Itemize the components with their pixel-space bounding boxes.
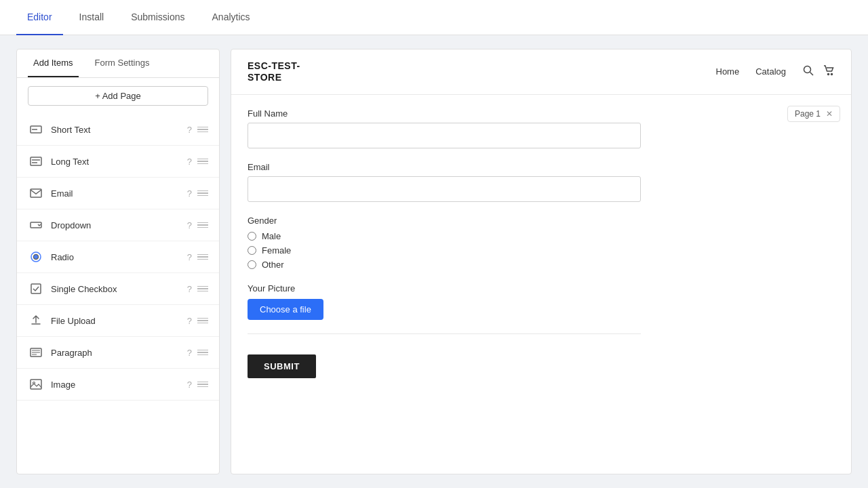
form-divider [248,333,641,334]
left-panel: Add Items Form Settings + Add Page Short… [16,49,220,474]
field-label-image: Image [51,380,184,390]
radio-label-male[interactable]: Male [262,231,281,241]
radio-icon [28,251,44,263]
form-field-gender: Gender Male Female Other [248,216,835,270]
drag-handle-image[interactable] [197,382,208,388]
radio-label-female[interactable]: Female [262,245,291,256]
field-item-file-upload[interactable]: File Upload ? [17,305,219,337]
long-text-icon [28,155,44,167]
field-list: Short Text ? Long Text ? [17,114,219,474]
tab-editor[interactable]: Editor [16,0,63,35]
choose-file-button[interactable]: Choose a file [248,299,323,320]
svg-line-17 [810,73,814,76]
field-item-dropdown[interactable]: Dropdown ? [17,209,219,241]
field-item-image[interactable]: Image ? [17,369,219,401]
tab-install[interactable]: Install [68,0,115,35]
paragraph-icon [28,346,44,359]
help-icon-radio[interactable]: ? [187,252,192,262]
top-navigation: Editor Install Submissions Analytics [0,0,868,35]
svg-point-19 [831,74,833,75]
store-nav-catalog[interactable]: Catalog [755,66,786,77]
tab-add-items[interactable]: Add Items [28,49,79,77]
form-field-email: Email [248,162,835,202]
radio-option-other: Other [248,260,835,270]
form-field-full-name: Full Name [248,108,835,148]
radio-label-other[interactable]: Other [262,260,284,270]
page-badge-close[interactable]: ✕ [826,109,833,119]
svg-rect-9 [31,284,41,293]
panel-tabs: Add Items Form Settings [17,49,219,78]
radio-option-male: Male [248,231,835,241]
tab-submissions[interactable]: Submissions [120,0,195,35]
field-label-file-upload: File Upload [51,316,184,326]
help-icon-file-upload[interactable]: ? [187,316,192,326]
main-content: Add Items Form Settings + Add Page Short… [0,35,868,488]
help-icon-image[interactable]: ? [187,380,192,390]
email-input[interactable] [248,176,641,202]
svg-point-16 [804,66,811,73]
dropdown-icon [28,219,44,231]
svg-rect-2 [31,157,41,165]
image-icon [28,378,44,390]
field-label-radio: Radio [51,252,184,262]
radio-male[interactable] [248,232,256,241]
submit-button[interactable]: SUBMIT [248,354,316,378]
search-icon[interactable] [802,64,814,79]
drag-handle-email[interactable] [197,190,208,197]
drag-handle-single-checkbox[interactable] [197,286,208,292]
radio-option-female: Female [248,245,835,256]
page-badge: Page 1 ✕ [787,106,840,122]
field-label-short-text: Short Text [51,125,184,135]
field-item-short-text[interactable]: Short Text ? [17,114,219,146]
field-item-paragraph[interactable]: Paragraph ? [17,337,219,369]
cart-icon[interactable] [823,64,835,79]
upload-icon [28,314,44,327]
email-icon [28,187,44,199]
help-icon-paragraph[interactable]: ? [187,348,192,358]
radio-female[interactable] [248,246,256,255]
add-page-button[interactable]: + Add Page [28,86,208,106]
tab-analytics[interactable]: Analytics [201,0,261,35]
full-name-input[interactable] [248,123,641,148]
picture-label: Your Picture [248,283,835,293]
form-field-picture: Your Picture Choose a file [248,283,835,320]
full-name-label: Full Name [248,108,835,119]
help-icon-dropdown[interactable]: ? [187,220,192,230]
right-panel: ESC-TEST-STORE Home Catalog [231,49,852,474]
drag-handle-dropdown[interactable] [197,222,208,228]
store-nav: Home Catalog [716,66,787,77]
help-icon-long-text[interactable]: ? [187,157,192,167]
form-area: Page 1 ✕ Full Name Email Gender Male [231,95,851,474]
field-item-email[interactable]: Email ? [17,178,219,209]
svg-rect-14 [31,380,41,389]
field-label-dropdown: Dropdown [51,220,184,230]
help-icon-email[interactable]: ? [187,188,192,199]
email-label: Email [248,162,835,172]
radio-other[interactable] [248,260,256,269]
drag-handle-long-text[interactable] [197,159,208,165]
help-icon-single-checkbox[interactable]: ? [187,284,192,294]
field-label-email: Email [51,188,184,199]
drag-handle-paragraph[interactable] [197,350,208,356]
store-header: ESC-TEST-STORE Home Catalog [231,49,851,95]
store-nav-home[interactable]: Home [716,66,740,77]
field-item-long-text[interactable]: Long Text ? [17,146,219,178]
drag-handle-file-upload[interactable] [197,318,208,324]
checkbox-icon [28,283,44,295]
svg-point-8 [34,255,39,260]
store-icons [802,64,835,79]
field-label-long-text: Long Text [51,157,184,167]
gender-label: Gender [248,216,835,226]
page-badge-label: Page 1 [795,109,821,119]
drag-handle-short-text[interactable] [197,127,208,133]
field-item-single-checkbox[interactable]: Single Checkbox ? [17,273,219,305]
field-item-radio[interactable]: Radio ? [17,241,219,273]
drag-handle-radio[interactable] [197,254,208,260]
field-label-paragraph: Paragraph [51,348,184,358]
tab-form-settings[interactable]: Form Settings [90,49,155,77]
svg-rect-5 [31,189,41,197]
short-text-icon [28,123,44,136]
help-icon-short-text[interactable]: ? [187,125,192,135]
store-logo: ESC-TEST-STORE [248,60,300,83]
nav-tabs: Editor Install Submissions Analytics [16,0,267,35]
